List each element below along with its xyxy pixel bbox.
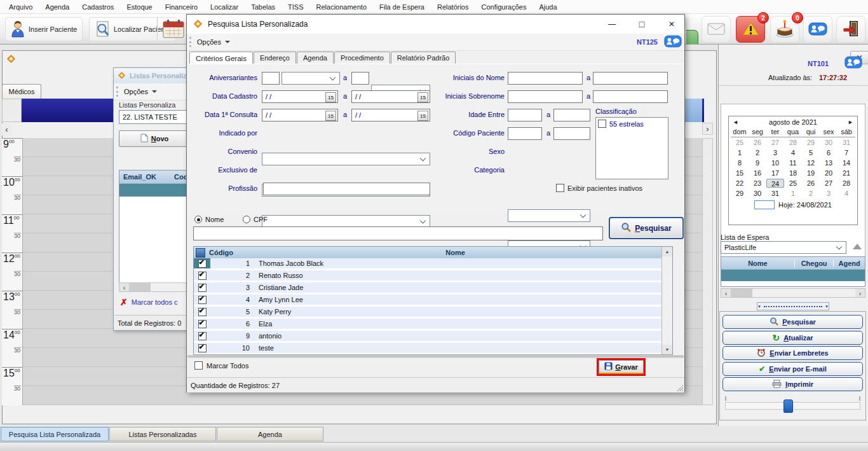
calendar-day[interactable]: 21: [837, 169, 855, 179]
bottom-tab-pesquisa[interactable]: Pesquisa Lista Personalizada: [1, 427, 109, 441]
date-picker-icon[interactable]: 15: [325, 111, 336, 121]
row-checkbox[interactable]: [198, 320, 207, 328]
calendar-day[interactable]: 27: [766, 138, 784, 148]
panel-print-button[interactable]: Imprimir: [722, 377, 863, 391]
sexo-select[interactable]: [508, 209, 590, 222]
calendar-day[interactable]: 2: [749, 148, 766, 158]
email-toolbar-button[interactable]: [702, 16, 731, 43]
chat-icon[interactable]: [844, 56, 862, 70]
calendar-day[interactable]: 19: [802, 169, 820, 179]
scroll-up-icon[interactable]: ▲: [662, 247, 672, 256]
radio-nome-option[interactable]: Nome: [194, 216, 224, 223]
cpf-radio[interactable]: [243, 216, 250, 223]
calendar-day[interactable]: 25: [731, 138, 749, 148]
inativos-option[interactable]: Exibir pacientes inativos: [556, 184, 642, 192]
calendar-day[interactable]: 31: [837, 138, 855, 148]
maximize-button[interactable]: □: [632, 17, 652, 31]
classificacao-listbox[interactable]: 55 estrelas: [595, 117, 668, 179]
col-codigo[interactable]: Código: [209, 249, 248, 256]
calendar-day[interactable]: 1: [784, 189, 802, 199]
calendar-day[interactable]: 22: [731, 179, 749, 189]
calendar-day[interactable]: 24: [766, 179, 784, 188]
dialog-options-menu[interactable]: Opções NT125: [187, 34, 684, 51]
calendar-day[interactable]: 29: [731, 189, 749, 199]
menu-item[interactable]: Cadastros: [76, 3, 120, 11]
scroll-right-icon[interactable]: ›: [855, 289, 865, 297]
waitlist-col-chegou[interactable]: Chegou: [795, 260, 834, 267]
menu-item[interactable]: Estoque: [120, 3, 158, 11]
patient-row[interactable]: 1Thomas Jacob Black: [194, 258, 662, 268]
birthday-toolbar-button[interactable]: 0: [770, 16, 799, 43]
calendar-day[interactable]: 26: [749, 138, 766, 148]
col-nome[interactable]: Nome: [248, 249, 662, 256]
menu-item[interactable]: Agenda: [39, 3, 76, 11]
menu-item[interactable]: Relacionamento: [310, 3, 374, 11]
menu-item[interactable]: Ajuda: [532, 3, 563, 11]
calendar-day[interactable]: 25: [784, 179, 802, 189]
panel-refresh-button[interactable]: ↻ Atualizar: [722, 331, 863, 345]
calendar-day[interactable]: 14: [837, 158, 855, 169]
calendar-day[interactable]: 3: [766, 148, 784, 158]
row-checkbox[interactable]: [198, 296, 207, 304]
alerts-toolbar-button[interactable]: 2: [736, 16, 765, 43]
row-checkbox[interactable]: [198, 272, 207, 280]
iniciais-nome-from-input[interactable]: [508, 72, 583, 85]
date-picker-icon[interactable]: 15: [325, 92, 336, 102]
menu-item[interactable]: Financeiro: [159, 3, 204, 11]
calendar-day[interactable]: 29: [802, 138, 820, 148]
agenda-scroll-right-button[interactable]: ›: [702, 123, 713, 135]
chat-icon[interactable]: [664, 35, 682, 49]
exclusivo-de-select[interactable]: [262, 215, 430, 228]
date-picker-icon[interactable]: 15: [417, 111, 428, 121]
estrelas-checkbox[interactable]: [598, 120, 606, 128]
waitlist-select[interactable]: PlasticLife: [721, 241, 846, 254]
panel-email-button[interactable]: ✔ Enviar por E-mail: [722, 362, 863, 376]
indicado-por-select[interactable]: [262, 153, 430, 165]
scrollbar-thumb[interactable]: [129, 283, 151, 291]
calendar-day[interactable]: 1: [731, 148, 749, 158]
calendar-day[interactable]: 7: [837, 148, 855, 158]
iniciais-sobrenome-from-input[interactable]: [508, 90, 583, 103]
calendar-day[interactable]: 23: [749, 179, 766, 189]
calendar-icon[interactable]: [162, 18, 185, 40]
lists-mark-all-button[interactable]: ✗ Marcar todos c: [120, 297, 177, 307]
menu-item[interactable]: Localizar: [204, 3, 245, 11]
dialog-search-button[interactable]: Pesquisar: [609, 217, 684, 239]
lists-col-email[interactable]: Email_OK: [119, 173, 156, 181]
scroll-left-icon[interactable]: ‹: [119, 283, 129, 291]
zoom-slider-thumb[interactable]: [783, 399, 793, 413]
aniversariantes-month-from-select[interactable]: [281, 72, 340, 85]
calendar-day[interactable]: 30: [820, 138, 837, 148]
data-cadastro-from-input[interactable]: / /15: [262, 90, 338, 103]
waitlist-col-nome[interactable]: Nome: [721, 260, 795, 267]
menu-item[interactable]: Arquivo: [3, 3, 39, 11]
iniciais-sobrenome-to-input[interactable]: [593, 90, 668, 103]
agenda-scroll-left-button[interactable]: ‹: [2, 123, 11, 135]
row-checkbox[interactable]: [198, 332, 207, 340]
idade-to-input[interactable]: [553, 109, 590, 121]
row-checkbox[interactable]: [198, 284, 207, 292]
codigo-to-input[interactable]: [553, 127, 590, 140]
patient-row[interactable]: 9antonio: [194, 331, 662, 341]
calendar-day[interactable]: 31: [766, 189, 784, 199]
date-picker-icon[interactable]: 15: [417, 92, 428, 102]
calendar-next-icon[interactable]: ►: [848, 119, 853, 125]
patient-row[interactable]: 6Elza: [194, 319, 662, 329]
calendar-day[interactable]: 30: [749, 189, 766, 199]
new-list-button[interactable]: Novo: [119, 130, 190, 147]
data-consulta-to-input[interactable]: / /15: [351, 109, 430, 121]
close-button[interactable]: ✕: [661, 17, 682, 31]
calendar-day[interactable]: 4: [784, 148, 802, 158]
insert-patient-button[interactable]: Inserir Paciente: [5, 17, 83, 41]
calendar-today-label[interactable]: Hoje: 24/08/2021: [778, 201, 832, 209]
calendar-day[interactable]: 8: [731, 158, 749, 169]
tab-agenda[interactable]: Agenda: [297, 52, 334, 64]
bottom-tab-agenda[interactable]: Agenda: [217, 427, 323, 441]
waitlist-col-agend[interactable]: Agend: [834, 260, 865, 267]
calendar-day[interactable]: 5: [802, 148, 820, 158]
calendar-prev-icon[interactable]: ◄: [733, 119, 738, 125]
iniciais-nome-to-input[interactable]: [593, 72, 668, 85]
aniversariantes-day-to-input[interactable]: [351, 72, 369, 85]
calendar-day[interactable]: 18: [784, 169, 802, 179]
tab-procedimento[interactable]: Procedimento: [334, 52, 390, 64]
